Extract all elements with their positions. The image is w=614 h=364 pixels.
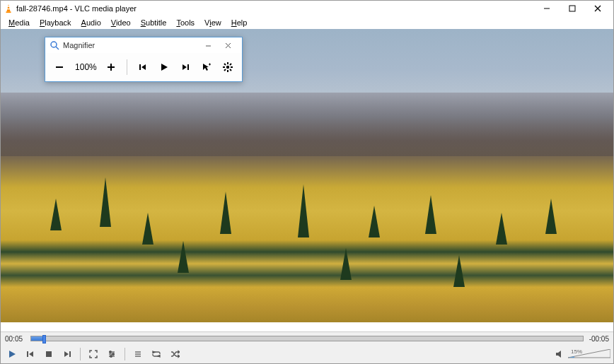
menu-video[interactable]: Video <box>106 18 136 28</box>
separator <box>127 59 127 75</box>
svg-rect-5 <box>569 6 575 11</box>
svg-rect-36 <box>69 351 71 357</box>
svg-marker-0 <box>6 4 10 12</box>
ext-settings-button[interactable] <box>103 347 120 361</box>
time-elapsed: 00:05 <box>5 335 26 343</box>
svg-point-8 <box>51 42 57 47</box>
magnifier-titlebar[interactable]: Magnifier <box>45 37 242 53</box>
zoom-in-button[interactable] <box>103 58 120 76</box>
seek-bar[interactable] <box>30 336 584 341</box>
svg-marker-19 <box>183 64 187 70</box>
mag-cursor-button[interactable] <box>198 58 215 76</box>
menu-audio[interactable]: Audio <box>76 18 106 28</box>
menu-subtitle[interactable]: Subtitle <box>136 18 172 28</box>
svg-line-29 <box>230 64 231 65</box>
magnifier-title: Magnifier <box>63 41 198 49</box>
svg-rect-32 <box>27 351 28 357</box>
menu-tools[interactable]: Tools <box>171 18 199 28</box>
fullscreen-button[interactable] <box>85 347 102 361</box>
svg-line-28 <box>230 69 231 71</box>
next-track-button[interactable] <box>59 347 76 361</box>
volume-label: 15% <box>571 348 582 355</box>
titlebar: fall-28746.mp4 - VLC media player <box>1 1 613 16</box>
stop-button[interactable] <box>40 347 57 361</box>
svg-rect-3 <box>7 8 10 9</box>
minimize-button[interactable] <box>534 1 560 16</box>
menu-playback[interactable]: Playback <box>35 18 76 28</box>
menu-help[interactable]: Help <box>226 18 253 28</box>
magnifier-minimize-button[interactable] <box>198 39 218 52</box>
svg-point-40 <box>110 351 112 353</box>
svg-line-9 <box>56 47 59 49</box>
svg-marker-50 <box>556 351 561 358</box>
window-controls <box>534 1 610 16</box>
svg-point-41 <box>112 353 115 356</box>
prev-track-button[interactable] <box>22 347 39 361</box>
mag-next-button[interactable] <box>177 58 194 76</box>
close-button[interactable] <box>585 1 610 16</box>
svg-marker-31 <box>9 351 16 358</box>
playlist-button[interactable] <box>129 347 146 361</box>
magnifier-toolbar: 100% <box>45 53 242 81</box>
magnifier-window[interactable]: Magnifier 100% <box>45 37 243 82</box>
svg-marker-46 <box>153 351 155 353</box>
svg-rect-2 <box>7 6 10 7</box>
play-button[interactable] <box>4 347 21 361</box>
svg-line-30 <box>224 69 226 71</box>
magnifier-icon <box>50 40 59 50</box>
separator <box>124 348 125 360</box>
bottom-panel: 00:05 -00:05 15% <box>1 331 613 363</box>
controls-bar: 15% <box>1 345 613 363</box>
svg-rect-16 <box>139 64 141 70</box>
volume-area: 15% <box>555 349 610 359</box>
svg-point-42 <box>110 356 112 358</box>
menu-view[interactable]: View <box>199 18 226 28</box>
svg-marker-49 <box>178 356 180 358</box>
menubar: Media Playback Audio Video Subtitle Tool… <box>1 16 613 29</box>
magnifier-close-button[interactable] <box>218 39 238 52</box>
mag-settings-button[interactable] <box>219 58 236 76</box>
mag-play-button[interactable] <box>156 58 173 76</box>
seek-fill <box>31 336 42 341</box>
zoom-level: 100% <box>72 62 98 72</box>
svg-rect-20 <box>187 64 189 70</box>
svg-marker-52 <box>568 356 574 358</box>
svg-rect-1 <box>6 11 11 13</box>
time-remaining: -00:05 <box>588 335 609 343</box>
svg-marker-17 <box>141 64 146 70</box>
video-area[interactable]: Magnifier 100% <box>1 29 613 322</box>
zoom-out-button[interactable] <box>51 58 68 76</box>
svg-marker-35 <box>64 351 69 357</box>
svg-marker-33 <box>29 351 33 357</box>
vlc-cone-icon <box>4 4 13 13</box>
svg-marker-48 <box>178 351 180 353</box>
menu-media[interactable]: Media <box>4 18 35 28</box>
volume-slider[interactable]: 15% <box>568 349 610 359</box>
svg-point-22 <box>226 66 229 69</box>
mag-prev-button[interactable] <box>134 58 151 76</box>
window-title: fall-28746.mp4 - VLC media player <box>16 4 534 13</box>
mute-icon[interactable] <box>555 350 565 358</box>
svg-rect-34 <box>46 351 52 357</box>
video-content-trees <box>1 170 613 322</box>
svg-marker-18 <box>161 64 168 71</box>
svg-marker-47 <box>158 356 160 358</box>
svg-line-27 <box>224 64 226 65</box>
video-content <box>1 93 613 156</box>
loop-button[interactable] <box>148 347 165 361</box>
shuffle-button[interactable] <box>166 347 183 361</box>
seek-knob[interactable] <box>42 335 46 344</box>
separator <box>80 348 81 360</box>
maximize-button[interactable] <box>560 1 585 16</box>
timeline: 00:05 -00:05 <box>1 332 613 345</box>
svg-marker-21 <box>203 64 209 71</box>
